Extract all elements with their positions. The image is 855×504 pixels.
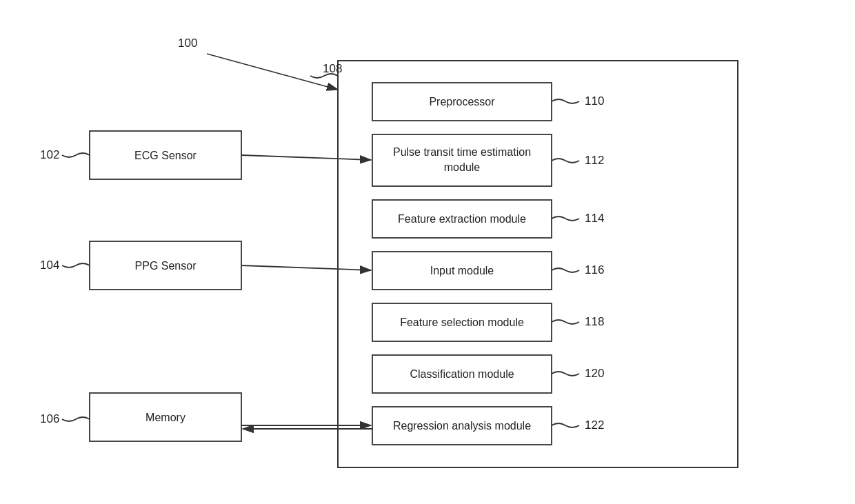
ptt-label-1: Pulse transit time estimation: [393, 146, 531, 158]
memory-label: Memory: [145, 412, 185, 423]
label-122: 122: [585, 419, 604, 432]
label-112: 112: [585, 154, 604, 167]
label-110: 110: [585, 94, 604, 108]
label-106: 106: [40, 412, 59, 425]
label-102: 102: [40, 148, 59, 161]
label-118: 118: [585, 315, 604, 328]
label-120: 120: [585, 367, 604, 380]
ptt-box: [372, 134, 552, 186]
label-100: 100: [178, 37, 197, 50]
regression-label: Regression analysis module: [393, 420, 531, 432]
feature-extraction-label: Feature extraction module: [398, 213, 526, 225]
input-module-label: Input module: [430, 265, 494, 276]
ptt-label-2: module: [444, 161, 481, 173]
preprocessor-label: Preprocessor: [429, 96, 495, 108]
label-104: 104: [40, 259, 59, 272]
label-108: 108: [323, 62, 342, 75]
label-116: 116: [585, 263, 604, 276]
diagram-container: 100 108 Preprocessor 110 Pulse transit t…: [0, 0, 855, 504]
feature-selection-label: Feature selection module: [400, 316, 524, 328]
ppg-sensor-label: PPG Sensor: [135, 260, 197, 272]
label-114: 114: [585, 212, 604, 225]
ecg-sensor-label: ECG Sensor: [134, 150, 197, 161]
classification-label: Classification module: [410, 368, 514, 380]
svg-line-0: [207, 54, 338, 90]
